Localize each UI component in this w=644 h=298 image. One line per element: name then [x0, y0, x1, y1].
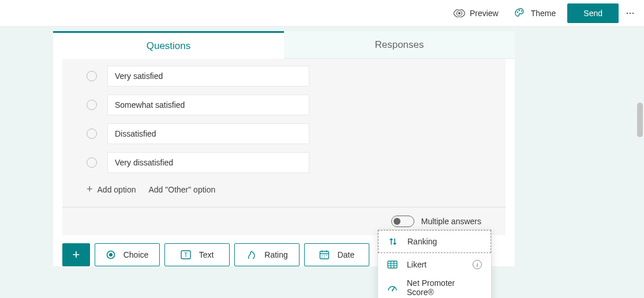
date-icon: [319, 250, 330, 259]
multiple-answers-toggle[interactable]: [391, 216, 414, 227]
radio-icon[interactable]: [87, 129, 97, 139]
svg-point-3: [521, 10, 522, 11]
tab-responses-label: Responses: [375, 39, 424, 51]
add-date-button[interactable]: Date: [304, 243, 369, 266]
svg-point-1: [517, 11, 518, 12]
info-icon[interactable]: i: [473, 260, 482, 269]
svg-point-14: [326, 255, 327, 256]
svg-point-23: [392, 290, 393, 291]
tab-responses[interactable]: Responses: [284, 31, 515, 59]
nps-icon: [387, 284, 398, 292]
popup-ranking[interactable]: Ranking: [378, 230, 491, 253]
radio-icon[interactable]: [87, 71, 97, 81]
option-row: Somewhat satisfied: [87, 95, 481, 115]
svg-rect-17: [388, 261, 397, 268]
likert-icon: [387, 261, 398, 269]
preview-icon: [454, 9, 465, 17]
tab-questions-label: Questions: [147, 40, 191, 52]
add-option-row: + Add option Add "Other" option: [87, 181, 481, 199]
option-input[interactable]: Somewhat satisfied: [107, 95, 309, 115]
add-other-button[interactable]: Add "Other" option: [148, 185, 215, 194]
theme-button[interactable]: Theme: [507, 0, 564, 27]
option-input[interactable]: Dissatisfied: [107, 123, 309, 144]
option-row: Very satisfied: [87, 66, 481, 86]
theme-icon: [515, 8, 526, 18]
add-text-button[interactable]: T Text: [164, 243, 230, 266]
tab-questions[interactable]: Questions: [53, 31, 284, 59]
svg-point-15: [321, 256, 323, 258]
add-option-button[interactable]: + Add option: [87, 183, 136, 195]
scrollbar-thumb[interactable]: [637, 103, 643, 137]
add-date-label: Date: [338, 250, 355, 259]
option-input[interactable]: Very satisfied: [107, 66, 309, 86]
page-area: Questions Responses Very satisfied Somew…: [0, 27, 644, 298]
add-question-plus-button[interactable]: +: [62, 243, 90, 266]
multiple-answers-label: Multiple answers: [421, 217, 481, 226]
question-editor: Very satisfied Somewhat satisfied Dissat…: [62, 59, 506, 235]
rating-icon: [246, 250, 256, 259]
popup-nps-label: Net Promoter Score®: [407, 278, 482, 297]
multiple-answers-row: Multiple answers: [87, 208, 481, 229]
add-option-label: Add option: [98, 185, 136, 194]
svg-point-0: [458, 12, 460, 14]
top-toolbar: Preview Theme Send ···: [0, 0, 644, 27]
choice-icon: [106, 250, 115, 259]
plus-icon: +: [73, 247, 80, 262]
add-rating-button[interactable]: Rating: [234, 243, 299, 266]
option-text: Very satisfied: [115, 71, 163, 81]
popup-likert-label: Likert: [407, 260, 426, 269]
add-other-label: Add "Other" option: [148, 185, 215, 194]
popup-nps[interactable]: Net Promoter Score®: [378, 276, 491, 298]
option-input[interactable]: Very dissatisfied: [107, 152, 309, 173]
ranking-icon: [388, 237, 398, 246]
theme-label: Theme: [531, 9, 556, 18]
more-icon: ···: [626, 7, 634, 19]
preview-button[interactable]: Preview: [445, 0, 507, 27]
svg-point-16: [324, 256, 325, 258]
radio-icon[interactable]: [87, 157, 97, 168]
add-choice-button[interactable]: Choice: [95, 243, 160, 266]
option-row: Dissatisfied: [87, 123, 481, 144]
option-text: Somewhat satisfied: [115, 100, 185, 110]
send-button[interactable]: Send: [567, 3, 619, 23]
svg-point-12: [321, 255, 323, 256]
question-type-popup: Ranking Likert i Net Promoter Score® Sec…: [377, 229, 492, 298]
svg-point-13: [324, 255, 325, 256]
svg-point-5: [109, 253, 113, 256]
svg-text:T: T: [184, 252, 188, 258]
svg-point-2: [519, 9, 520, 10]
option-row: Very dissatisfied: [87, 152, 481, 173]
radio-icon[interactable]: [87, 100, 97, 110]
send-label: Send: [583, 9, 602, 18]
add-text-label: Text: [199, 250, 214, 259]
option-text: Very dissatisfied: [115, 158, 173, 167]
more-button[interactable]: ···: [621, 0, 639, 27]
popup-likert[interactable]: Likert i: [378, 253, 491, 276]
option-text: Dissatisfied: [115, 129, 156, 138]
plus-icon: +: [87, 183, 93, 195]
add-rating-label: Rating: [264, 250, 287, 259]
form-tabs: Questions Responses: [53, 31, 515, 59]
preview-label: Preview: [470, 9, 499, 18]
popup-ranking-label: Ranking: [407, 237, 437, 246]
text-icon: T: [181, 250, 191, 259]
toggle-knob: [394, 218, 400, 225]
add-choice-label: Choice: [123, 250, 149, 259]
